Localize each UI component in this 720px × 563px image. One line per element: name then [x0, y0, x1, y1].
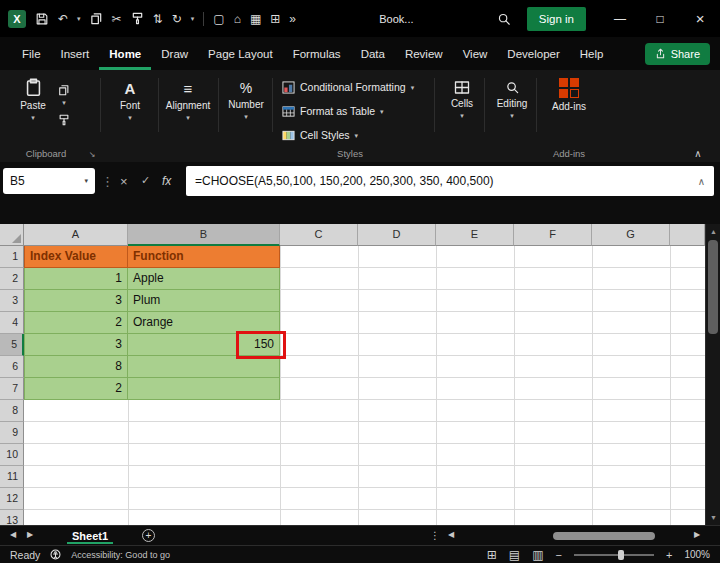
row-header-11[interactable]: 11: [0, 466, 24, 488]
column-header-G[interactable]: G: [592, 224, 670, 246]
tab-developer[interactable]: Developer: [497, 37, 569, 70]
copy-small-button[interactable]: ▾: [58, 84, 70, 106]
tab-insert[interactable]: Insert: [51, 37, 100, 70]
normal-view-icon[interactable]: ⊞: [487, 549, 497, 561]
add-ins-button[interactable]: Add-ins: [542, 78, 596, 112]
column-header-C[interactable]: C: [280, 224, 358, 246]
more-commands-icon[interactable]: »: [289, 13, 296, 25]
column-header-D[interactable]: D: [358, 224, 436, 246]
format-as-table-button[interactable]: Format as Table ▾: [282, 103, 384, 119]
column-header-partial[interactable]: [670, 224, 705, 246]
tab-help[interactable]: Help: [570, 37, 614, 70]
page-layout-view-icon[interactable]: ▤: [509, 549, 520, 561]
cell-B7[interactable]: [128, 378, 280, 400]
row-header-8[interactable]: 8: [0, 400, 24, 422]
tab-draw[interactable]: Draw: [151, 37, 198, 70]
undo-icon[interactable]: ↶: [58, 13, 68, 25]
cut-icon[interactable]: ✂: [112, 13, 122, 25]
redo-icon[interactable]: ↻: [172, 13, 182, 25]
column-header-E[interactable]: E: [436, 224, 514, 246]
column-header-F[interactable]: F: [514, 224, 592, 246]
scroll-up-icon[interactable]: ▲: [710, 228, 717, 235]
row-header-1[interactable]: 1: [0, 246, 24, 268]
new-sheet-button[interactable]: +: [142, 529, 155, 542]
cell-A2[interactable]: 1: [24, 268, 128, 290]
tab-page-layout[interactable]: Page Layout: [198, 37, 283, 70]
sign-in-button[interactable]: Sign in: [527, 7, 586, 31]
row-header-5[interactable]: 5: [0, 334, 24, 356]
table-icon[interactable]: ▦: [250, 13, 261, 25]
cells-area[interactable]: Index Value Function 1 Apple 3 Plum 2 Or…: [24, 246, 705, 525]
zoom-slider-thumb[interactable]: [618, 550, 624, 560]
tab-review[interactable]: Review: [395, 37, 453, 70]
row-header-12[interactable]: 12: [0, 488, 24, 510]
minimize-button[interactable]: —: [600, 12, 640, 26]
sort-icon[interactable]: ⇅: [153, 13, 163, 25]
column-header-B[interactable]: B: [128, 224, 280, 246]
sheet-tab-sheet1[interactable]: Sheet1: [58, 526, 122, 545]
cell-A7[interactable]: 2: [24, 378, 128, 400]
row-header-10[interactable]: 10: [0, 444, 24, 466]
copy-icon[interactable]: [90, 12, 103, 25]
home-icon[interactable]: ⌂: [234, 13, 241, 25]
redo-dropdown-icon[interactable]: ▾: [191, 15, 195, 22]
undo-dropdown-icon[interactable]: ▾: [77, 15, 81, 22]
format-painter-icon[interactable]: [131, 12, 144, 25]
tab-data[interactable]: Data: [351, 37, 395, 70]
accessibility-status[interactable]: Accessibility: Good to go: [71, 550, 170, 560]
insert-function-icon[interactable]: fx: [162, 174, 171, 188]
cell-B6[interactable]: [128, 356, 280, 378]
tab-home[interactable]: Home: [99, 37, 151, 70]
zoom-in-button[interactable]: +: [666, 549, 672, 561]
excel-logo-icon[interactable]: X: [8, 10, 26, 28]
search-icon[interactable]: [497, 12, 511, 26]
sheet-nav-prev-icon[interactable]: ◀: [10, 531, 16, 539]
paste-button[interactable]: Paste ▾: [14, 78, 52, 121]
tab-view[interactable]: View: [453, 37, 498, 70]
new-document-icon[interactable]: ▢: [213, 13, 224, 25]
row-header-9[interactable]: 9: [0, 422, 24, 444]
row-header-2[interactable]: 2: [0, 268, 24, 290]
page-break-view-icon[interactable]: ▥: [532, 549, 543, 561]
row-header-6[interactable]: 6: [0, 356, 24, 378]
row-header-13[interactable]: 13: [0, 510, 24, 525]
accessibility-icon[interactable]: [50, 549, 61, 560]
formula-input[interactable]: =CHOOSE(A5,50,100, 150,200, 250,300, 350…: [186, 166, 714, 196]
number-button[interactable]: % Number ▾: [222, 80, 270, 120]
sheet-nav-next-icon[interactable]: ▶: [27, 531, 33, 539]
maximize-button[interactable]: □: [640, 12, 680, 26]
share-button[interactable]: Share: [645, 43, 710, 65]
zoom-level[interactable]: 100%: [684, 549, 710, 560]
enter-icon[interactable]: ✓: [141, 174, 150, 187]
cell-B3[interactable]: Plum: [128, 290, 280, 312]
hscroll-left-icon[interactable]: ◀: [448, 531, 454, 539]
name-box[interactable]: B5 ▾: [3, 168, 95, 194]
tab-file[interactable]: File: [12, 37, 51, 70]
close-button[interactable]: ×: [680, 10, 720, 27]
format-painter-button[interactable]: [58, 114, 70, 126]
zoom-out-button[interactable]: −: [556, 549, 562, 561]
font-button[interactable]: A Font ▾: [106, 80, 154, 121]
conditional-formatting-button[interactable]: Conditional Formatting ▾: [282, 79, 414, 95]
column-header-A[interactable]: A: [24, 224, 128, 246]
cancel-icon[interactable]: ×: [120, 174, 128, 189]
cell-B1[interactable]: Function: [128, 246, 280, 268]
collapse-ribbon-icon[interactable]: ∧: [688, 148, 708, 159]
hscroll-right-icon[interactable]: ▶: [694, 531, 700, 539]
cell-A6[interactable]: 8: [24, 356, 128, 378]
horizontal-scrollbar-thumb[interactable]: [553, 532, 655, 540]
formula-bar-grip-icon[interactable]: ⋮: [101, 174, 114, 189]
row-header-4[interactable]: 4: [0, 312, 24, 334]
save-icon[interactable]: [35, 12, 49, 26]
document-title[interactable]: Book...: [379, 13, 413, 25]
vertical-scrollbar-thumb[interactable]: [708, 240, 718, 334]
cell-A1[interactable]: Index Value: [24, 246, 128, 268]
zoom-slider[interactable]: [574, 554, 654, 556]
editing-button[interactable]: Editing ▾: [488, 80, 536, 119]
scroll-down-icon[interactable]: ▼: [710, 514, 717, 521]
clipboard-dialog-launcher-icon[interactable]: ↘: [86, 150, 98, 159]
cell-styles-button[interactable]: Cell Styles ▾: [282, 127, 358, 143]
cell-B2[interactable]: Apple: [128, 268, 280, 290]
row-header-7[interactable]: 7: [0, 378, 24, 400]
alignment-button[interactable]: ≡ Alignment ▾: [160, 80, 216, 121]
